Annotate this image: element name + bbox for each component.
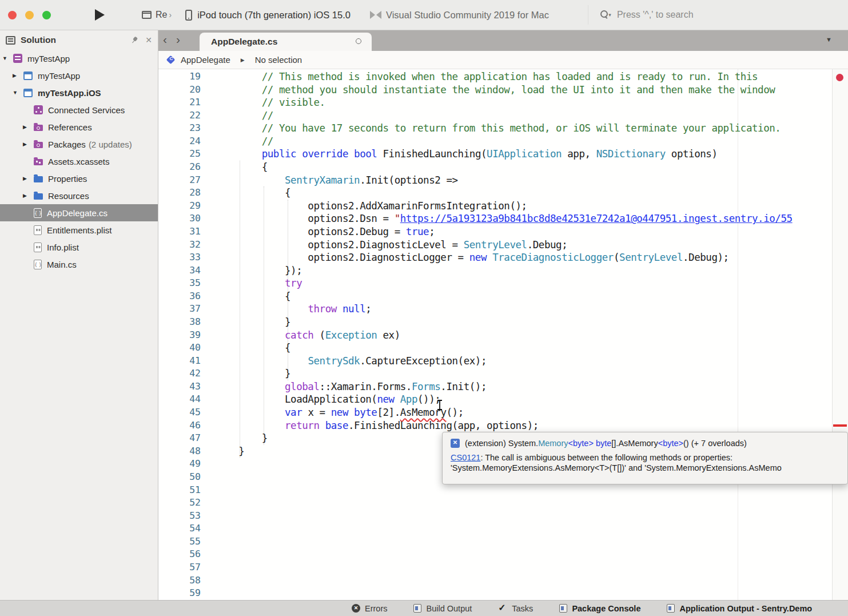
- breadcrumb-type[interactable]: AppDelegate: [181, 55, 230, 65]
- error-marker-line[interactable]: [833, 424, 847, 427]
- code-line-33[interactable]: 33 options2.DiagnosticLogger = new Trace…: [158, 251, 832, 264]
- code-line-37[interactable]: 37 throw null;: [158, 303, 832, 316]
- code-token: [216, 420, 285, 431]
- code-line-22[interactable]: 22 //: [158, 109, 832, 122]
- chevron-right-icon[interactable]: ▶: [23, 141, 34, 147]
- code-line-32[interactable]: 32 options2.DiagnosticLevel = SentryLeve…: [158, 239, 832, 252]
- run-button[interactable]: [95, 9, 105, 21]
- code-line-57[interactable]: 57: [158, 561, 832, 574]
- line-number: 50: [158, 471, 201, 484]
- code-line-35[interactable]: 35 try: [158, 277, 832, 290]
- chevron-down-icon[interactable]: ▼: [2, 55, 13, 61]
- tab-appdelegate[interactable]: AppDelegate.cs: [200, 33, 372, 51]
- code-line-55[interactable]: 55: [158, 535, 832, 549]
- line-number: 40: [158, 341, 201, 355]
- chevron-right-icon[interactable]: ▶: [23, 176, 34, 181]
- code-line-45[interactable]: 45 var x = new byte[2].AsMemory();: [158, 406, 832, 419]
- tree-item-main-cs[interactable]: Main.cs: [0, 256, 158, 273]
- tree-item-mytestapp[interactable]: ▶myTestApp: [0, 67, 158, 84]
- code-token: }: [216, 368, 290, 379]
- line-number: 33: [158, 251, 201, 264]
- code-line-24[interactable]: 24 //: [158, 135, 832, 148]
- code-line-23[interactable]: 23 // You have 17 seconds to return from…: [158, 122, 832, 135]
- cs0121-link[interactable]: CS0121: [451, 453, 480, 462]
- minimize-window-button[interactable]: [25, 11, 34, 19]
- code-line-31[interactable]: 31 options2.Debug = true;: [158, 225, 832, 239]
- code-line-40[interactable]: 40 {: [158, 341, 832, 355]
- tree-item-label: Entitlements.plist: [47, 225, 112, 235]
- tree-item-assets-xcassets[interactable]: Assets.xcassets: [0, 153, 158, 170]
- code-line-20[interactable]: 20 // method you should instantiate the …: [158, 84, 832, 97]
- code-line-39[interactable]: 39 catch (Exception ex): [158, 329, 832, 342]
- code-line-43[interactable]: 43 global::Xamarin.Forms.Forms.Init();: [158, 380, 832, 394]
- chevron-right-icon[interactable]: ▶: [23, 193, 34, 198]
- tab-list-dropdown-icon[interactable]: ▼: [826, 36, 832, 43]
- code-line-36[interactable]: 36 {: [158, 290, 832, 303]
- code-line-25[interactable]: 25 public override bool FinishedLaunchin…: [158, 148, 832, 161]
- pin-icon[interactable]: [129, 34, 140, 46]
- tree-item-info-plist[interactable]: Info.plist: [0, 239, 158, 256]
- tree-item-packages[interactable]: ▶Packages(2 updates): [0, 136, 158, 153]
- code-token: [216, 381, 285, 392]
- code-line-21[interactable]: 21 // visible.: [158, 96, 832, 109]
- tree-item-properties[interactable]: ▶Properties: [0, 170, 158, 187]
- close-icon[interactable]: ✕: [145, 35, 152, 45]
- code-line-27[interactable]: 27 SentryXamarin.Init(options2 =>: [158, 174, 832, 187]
- code-line-34[interactable]: 34 });: [158, 264, 832, 277]
- code-line-29[interactable]: 29 options2.AddXamarinFormsIntegration()…: [158, 200, 832, 213]
- code-line-28[interactable]: 28 {: [158, 186, 832, 200]
- line-number: 27: [158, 174, 201, 187]
- breadcrumb-separator-icon: ▶: [241, 57, 245, 63]
- code-line-44[interactable]: 44 LoadApplication(new App());: [158, 393, 832, 406]
- line-number: 36: [158, 290, 201, 303]
- code-token: (: [614, 252, 619, 263]
- chevron-right-icon[interactable]: ▶: [13, 73, 23, 78]
- code-line-38[interactable]: 38 }: [158, 316, 832, 329]
- chevron-down-icon[interactable]: ▼: [13, 90, 23, 96]
- search-box[interactable]: ▾ Press '^,' to search: [588, 5, 694, 25]
- application-output-sentry-demo-tab[interactable]: Application Output - Sentry.Demo: [667, 604, 812, 613]
- code-token: throw: [308, 303, 336, 315]
- tree-item-resources[interactable]: ▶Resources: [0, 187, 158, 204]
- code-line-59[interactable]: 59: [158, 587, 832, 600]
- iphone-icon: [185, 10, 192, 21]
- sentry-dsn-link[interactable]: https://5a193123a9b841bc8d8e42531e7242a1…: [400, 213, 793, 224]
- chevron-right-icon[interactable]: ▶: [23, 124, 34, 130]
- code-line-52[interactable]: 52: [158, 496, 832, 510]
- tree-item-connected-services[interactable]: Connected Services: [0, 101, 158, 118]
- code-text: }: [216, 445, 244, 458]
- navigate-back-forward-buttons[interactable]: ‹›: [163, 33, 189, 46]
- error-marker-dot[interactable]: [836, 74, 843, 81]
- code-text: throw null;: [216, 303, 371, 316]
- breadcrumb-member[interactable]: No selection: [255, 55, 302, 65]
- code-line-46[interactable]: 46 return base.FinishedLaunching(app, op…: [158, 419, 832, 432]
- tree-item-mytestapp[interactable]: ▼myTestApp: [0, 50, 158, 67]
- code-editor[interactable]: 19 // This method is invoked when the ap…: [158, 69, 848, 600]
- device-selector[interactable]: iPod touch (7th generation) iOS 15.0: [185, 10, 351, 21]
- scrollbar[interactable]: [832, 69, 848, 600]
- configuration-selector[interactable]: Re ›: [142, 10, 172, 20]
- build-output-tab[interactable]: Build Output: [413, 604, 472, 613]
- line-number: 51: [158, 484, 201, 497]
- zoom-window-button[interactable]: [42, 11, 51, 19]
- package-console-tab[interactable]: Package Console: [559, 604, 640, 613]
- code-line-30[interactable]: 30 options2.Dsn = "https://5a193123a9b84…: [158, 212, 832, 225]
- tasks-tab[interactable]: Tasks: [498, 604, 533, 613]
- code-line-41[interactable]: 41 SentrySdk.CaptureException(ex);: [158, 355, 832, 368]
- code-line-19[interactable]: 19 // This method is invoked when the ap…: [158, 70, 832, 84]
- tree-item-entitlements-plist[interactable]: Entitlements.plist: [0, 221, 158, 239]
- code-line-53[interactable]: 53: [158, 510, 832, 523]
- code-line-56[interactable]: 56: [158, 548, 832, 561]
- tree-item-references[interactable]: ▶References: [0, 118, 158, 136]
- code-line-26[interactable]: 26 {: [158, 161, 832, 174]
- code-line-42[interactable]: 42 }: [158, 367, 832, 380]
- close-window-button[interactable]: [8, 11, 17, 19]
- errors-tab[interactable]: Errors: [352, 604, 387, 613]
- tree-item-mytestapp-ios[interactable]: ▼myTestApp.iOS: [0, 84, 158, 101]
- code-line-54[interactable]: 54: [158, 522, 832, 535]
- code-token: [320, 420, 325, 431]
- tree-item-appdelegate-cs[interactable]: AppDelegate.cs: [0, 204, 158, 221]
- code-line-58[interactable]: 58: [158, 574, 832, 587]
- code-line-51[interactable]: 51: [158, 484, 832, 497]
- code-token: x =: [302, 407, 331, 418]
